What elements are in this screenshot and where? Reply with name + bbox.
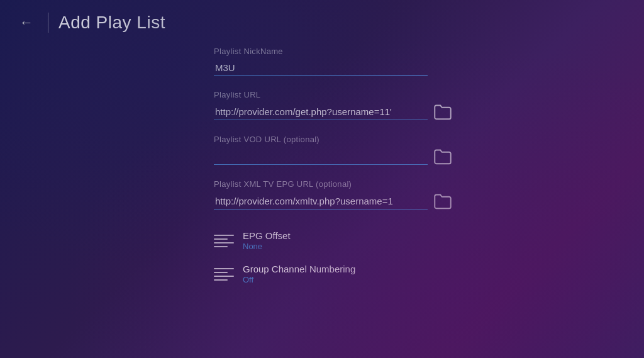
- back-icon: ←: [19, 14, 33, 31]
- folder-icon-vod[interactable]: [434, 148, 452, 165]
- back-button[interactable]: ←: [15, 11, 38, 34]
- list-icon-bar: [214, 268, 234, 269]
- label-epg-url: Playlist XML TV EPG URL (optional): [214, 179, 644, 189]
- field-row-epg-url: [214, 193, 644, 210]
- label-url: Playlist URL: [214, 90, 644, 99]
- setting-text-group-channel: Group Channel Numbering Off: [243, 264, 355, 284]
- field-row-vod: [214, 148, 644, 165]
- list-icon-epg-offset: [214, 232, 234, 250]
- folder-icon-url[interactable]: [434, 103, 452, 121]
- page-title: Add Play List: [58, 13, 165, 33]
- list-icon-group-channel: [214, 266, 234, 283]
- form: Playlist NickName Playlist URL Playlist …: [0, 40, 644, 291]
- field-group-epg-url: Playlist XML TV EPG URL (optional): [214, 179, 644, 210]
- setting-row-epg-offset[interactable]: EPG Offset None: [214, 224, 644, 257]
- folder-svg-vod: [434, 148, 452, 164]
- input-url[interactable]: [214, 104, 428, 120]
- field-group-nickname: Playlist NickName: [214, 47, 644, 76]
- list-icon-bar: [214, 242, 234, 243]
- list-icon-bar: [214, 235, 234, 236]
- input-nickname[interactable]: [214, 60, 428, 76]
- setting-row-group-channel[interactable]: Group Channel Numbering Off: [214, 257, 644, 291]
- setting-title-group-channel: Group Channel Numbering: [243, 264, 355, 274]
- folder-svg-epg-url: [434, 193, 452, 209]
- field-group-vod: Playlist VOD URL (optional): [214, 135, 644, 165]
- field-row-url: [214, 103, 644, 121]
- list-icon-bar: [214, 279, 228, 281]
- setting-value-epg-offset: None: [243, 242, 291, 251]
- field-group-url: Playlist URL: [214, 90, 644, 121]
- folder-svg-url: [434, 104, 452, 120]
- label-vod: Playlist VOD URL (optional): [214, 135, 644, 144]
- list-icon-bar: [214, 276, 234, 277]
- list-icon-bar: [214, 238, 228, 240]
- setting-title-epg-offset: EPG Offset: [243, 230, 291, 241]
- label-nickname: Playlist NickName: [214, 47, 644, 56]
- setting-text-epg-offset: EPG Offset None: [243, 230, 291, 251]
- folder-icon-epg-url[interactable]: [434, 193, 452, 210]
- input-epg-url[interactable]: [214, 193, 428, 210]
- field-row-nickname: [214, 60, 644, 76]
- list-icon-bar: [214, 246, 228, 247]
- header-divider: [48, 13, 48, 33]
- list-icon-bar: [214, 272, 228, 273]
- setting-value-group-channel: Off: [243, 275, 355, 284]
- input-vod[interactable]: [214, 148, 428, 165]
- header: ← Add Play List: [0, 0, 644, 40]
